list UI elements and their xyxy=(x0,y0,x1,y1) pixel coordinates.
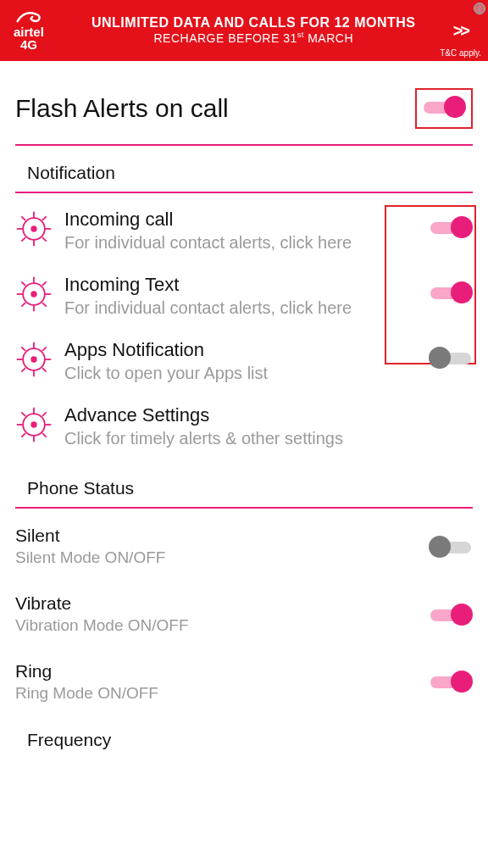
svg-line-18 xyxy=(42,281,47,286)
setting-body: Ring Ring Mode ON/OFF xyxy=(15,661,158,704)
setting-title: Incoming call xyxy=(64,209,422,231)
status-row-silent[interactable]: Silent Silent Mode ON/OFF xyxy=(15,515,473,583)
toggle-ring[interactable] xyxy=(429,670,473,693)
setting-toggle-wrap xyxy=(429,209,473,246)
toggle-silent[interactable] xyxy=(429,535,473,559)
setting-row-incoming-text[interactable]: Incoming Text For individual contact ale… xyxy=(15,265,473,331)
setting-body: Vibrate Vibration Mode ON/OFF xyxy=(15,593,189,636)
setting-subtitle: Click to open your Apps list xyxy=(64,363,422,384)
ad-terms: T&C apply. xyxy=(440,48,481,58)
setting-title: Ring xyxy=(15,661,158,682)
svg-line-26 xyxy=(21,347,25,351)
ad-brand-logo: airtel 4G xyxy=(14,8,44,53)
settings-content: Flash Alerts on call Notification Incomi… xyxy=(0,88,488,750)
setting-subtitle: Click for timely alerts & other settings xyxy=(64,428,466,449)
svg-point-1 xyxy=(31,226,36,231)
setting-subtitle: Vibration Mode ON/OFF xyxy=(15,615,189,636)
section-heading-frequency: Frequency xyxy=(15,718,473,750)
ad-info-icon[interactable]: i xyxy=(474,3,485,14)
svg-line-27 xyxy=(42,368,47,372)
setting-toggle-wrap xyxy=(429,339,473,376)
setting-body: Apps Notification Click to open your App… xyxy=(64,339,429,384)
section-heading-notification: Notification xyxy=(15,146,473,192)
setting-subtitle: For individual contact alerts, click her… xyxy=(64,232,422,253)
setting-row-incoming-call[interactable]: Incoming call For individual contact ale… xyxy=(15,200,473,265)
setting-subtitle: Silent Mode ON/OFF xyxy=(15,548,165,568)
section-divider xyxy=(15,507,473,509)
toggle-vibrate[interactable] xyxy=(429,603,473,626)
setting-subtitle: For individual contact alerts, click her… xyxy=(64,298,422,319)
gear-icon xyxy=(15,341,53,378)
svg-line-28 xyxy=(42,347,47,351)
ad-brand-sub: 4G xyxy=(20,38,37,53)
gear-icon xyxy=(15,275,53,313)
section-divider xyxy=(15,192,473,193)
ad-copy: UNLIMITED DATA AND CALLS FOR 12 MONTHS R… xyxy=(61,15,446,47)
setting-subtitle: Ring Mode ON/OFF xyxy=(15,683,158,704)
setting-title: Advance Settings xyxy=(64,404,466,426)
svg-line-16 xyxy=(21,281,25,286)
gear-icon xyxy=(15,406,53,443)
svg-line-9 xyxy=(21,237,25,242)
master-toggle[interactable] xyxy=(422,95,466,119)
setting-title: Vibrate xyxy=(15,593,189,614)
setting-row-advance-settings[interactable]: Advance Settings Click for timely alerts… xyxy=(15,396,473,461)
setting-body: Advance Settings Click for timely alerts… xyxy=(64,404,473,449)
setting-body: Incoming call For individual contact ale… xyxy=(64,209,429,253)
setting-toggle-wrap xyxy=(429,274,473,311)
svg-line-36 xyxy=(21,412,25,416)
svg-line-29 xyxy=(21,368,25,372)
toggle-incoming-call[interactable] xyxy=(429,215,473,239)
setting-title: Silent xyxy=(15,526,165,546)
setting-body: Silent Silent Mode ON/OFF xyxy=(15,526,165,568)
setting-title: Apps Notification xyxy=(64,339,422,361)
ad-headline: UNLIMITED DATA AND CALLS FOR 12 MONTHS xyxy=(61,15,446,31)
svg-line-19 xyxy=(21,303,25,307)
page-title: Flash Alerts on call xyxy=(15,94,229,123)
ad-next-arrows-icon[interactable]: >> xyxy=(446,21,474,41)
svg-line-38 xyxy=(42,412,47,416)
main-title-row: Flash Alerts on call xyxy=(15,88,473,146)
notification-list: Incoming call For individual contact ale… xyxy=(15,200,473,461)
ad-brand-name: airtel xyxy=(14,25,44,38)
status-row-vibrate[interactable]: Vibrate Vibration Mode ON/OFF xyxy=(15,583,473,651)
master-toggle-highlight xyxy=(415,88,473,129)
status-row-ring[interactable]: Ring Ring Mode ON/OFF xyxy=(15,651,473,719)
svg-point-11 xyxy=(31,292,36,297)
setting-body: Incoming Text For individual contact ale… xyxy=(64,274,429,319)
svg-line-8 xyxy=(42,216,47,220)
svg-line-17 xyxy=(42,303,47,307)
airtel-swoosh-icon xyxy=(14,8,43,25)
setting-title: Incoming Text xyxy=(64,274,422,296)
svg-line-6 xyxy=(21,216,25,220)
toggle-apps-notification[interactable] xyxy=(429,346,473,370)
section-heading-phone-status: Phone Status xyxy=(15,461,473,507)
setting-row-apps-notification[interactable]: Apps Notification Click to open your App… xyxy=(15,331,473,396)
svg-point-31 xyxy=(31,422,36,427)
ad-banner[interactable]: airtel 4G UNLIMITED DATA AND CALLS FOR 1… xyxy=(0,0,488,61)
svg-point-21 xyxy=(31,357,36,362)
svg-line-37 xyxy=(42,433,47,437)
ad-subline: RECHARGE BEFORE 31st MARCH xyxy=(61,31,446,46)
gear-icon xyxy=(15,210,53,248)
svg-line-39 xyxy=(21,433,25,437)
svg-line-7 xyxy=(42,237,47,242)
toggle-incoming-text[interactable] xyxy=(429,281,473,304)
